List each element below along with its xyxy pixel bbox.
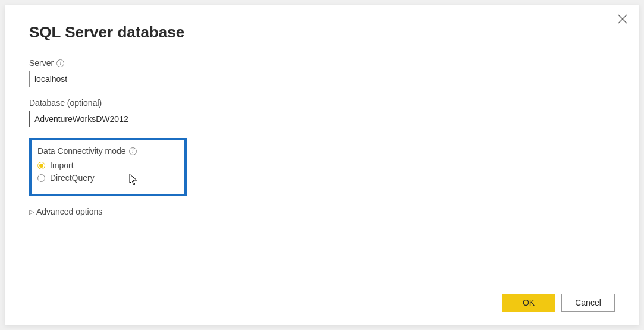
ok-button[interactable]: OK [502,294,555,312]
advanced-options-toggle[interactable]: ▷ Advanced options [29,207,615,216]
connectivity-title-text: Data Connectivity mode [37,146,126,156]
server-field: Server i [29,58,615,87]
server-input[interactable] [29,71,237,87]
server-label: Server i [29,58,615,68]
connectivity-highlight-box: Data Connectivity mode i Import DirectQu… [29,138,187,196]
database-label-text: Database (optional) [29,98,102,108]
info-icon[interactable]: i [56,59,64,67]
sql-server-dialog: SQL Server database Server i Database (o… [5,5,639,325]
radio-icon-selected [37,162,45,169]
server-label-text: Server [29,58,54,68]
radio-dot [39,164,43,168]
database-input[interactable] [29,111,237,127]
radio-import-label: Import [50,161,74,170]
close-button[interactable] [617,14,628,27]
radio-import[interactable]: Import [37,161,137,170]
dialog-footer: OK Cancel [502,294,615,312]
radio-directquery[interactable]: DirectQuery [37,173,137,183]
cancel-button[interactable]: Cancel [561,294,615,312]
advanced-options-label: Advanced options [36,207,102,216]
database-field: Database (optional) [29,98,615,127]
radio-directquery-label: DirectQuery [50,173,95,183]
radio-icon [37,174,45,182]
connectivity-title: Data Connectivity mode i [37,146,137,156]
dialog-title: SQL Server database [29,23,615,42]
info-icon[interactable]: i [129,147,137,155]
close-icon [617,14,628,24]
database-label: Database (optional) [29,98,615,108]
chevron-right-icon: ▷ [29,208,34,216]
